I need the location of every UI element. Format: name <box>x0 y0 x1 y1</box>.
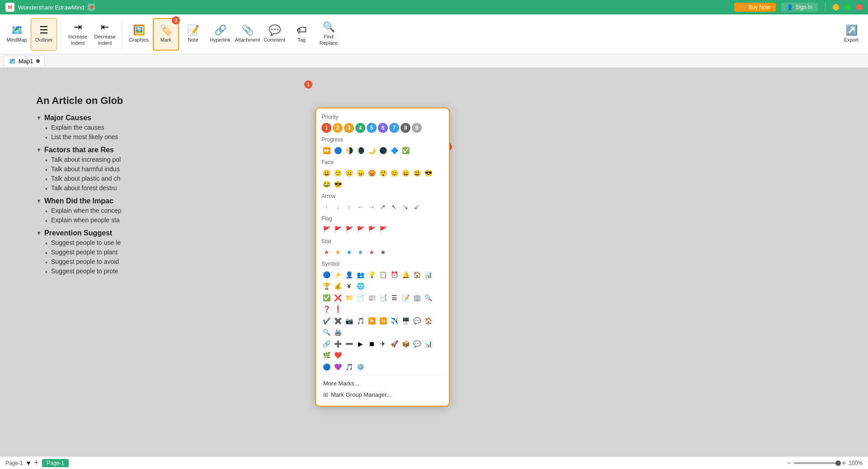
sym-3[interactable]: 👤 <box>344 270 354 280</box>
face-12[interactable]: 😎 <box>333 179 343 189</box>
sym-53[interactable]: 🎵 <box>344 362 354 372</box>
sym-16[interactable]: ❌ <box>333 293 343 303</box>
flag-orange[interactable]: 🚩 <box>333 225 343 234</box>
star-orange[interactable]: ★ <box>333 247 343 257</box>
priority-6[interactable]: 6 <box>378 123 388 133</box>
sym-18[interactable]: 📄 <box>355 293 365 303</box>
sym-37[interactable]: 🔍 <box>321 327 331 337</box>
sym-28[interactable]: ✖️ <box>333 316 343 326</box>
priority-1[interactable]: 1 <box>321 123 331 133</box>
progress-2[interactable]: 🌗 <box>344 145 354 155</box>
sym-39[interactable]: 🔗 <box>321 339 331 349</box>
sym-23[interactable]: 🏢 <box>412 293 422 303</box>
face-1[interactable]: 😀 <box>321 168 331 178</box>
minimize-button[interactable] <box>833 4 839 10</box>
sym-2[interactable]: ⚡ <box>333 270 343 280</box>
arrow-ne[interactable]: ↗ <box>378 202 388 212</box>
sym-20[interactable]: 📑 <box>378 293 388 303</box>
arrow-right[interactable]: → <box>367 202 377 212</box>
mark-group-manager-button[interactable]: ⊞ Mark Group Manager... <box>321 389 443 400</box>
sym-11[interactable]: 🏆 <box>321 281 331 291</box>
sym-17[interactable]: 📁 <box>344 293 354 303</box>
priority-7[interactable]: 7 <box>389 123 399 133</box>
star-teal[interactable]: ★ <box>344 247 354 257</box>
star-purple[interactable]: ★ <box>367 247 377 257</box>
zoom-out-button[interactable]: − <box>787 459 791 467</box>
sym-19[interactable]: 📰 <box>367 293 377 303</box>
star-blue[interactable]: ★ <box>355 247 365 257</box>
sym-44[interactable]: ✈ <box>378 339 388 349</box>
collapse-major-causes[interactable]: ▼ <box>36 115 42 121</box>
sym-40[interactable]: ➕ <box>333 339 343 349</box>
export-button[interactable]: ↗️ Export <box>838 18 864 51</box>
progress-0[interactable]: ⏩ <box>321 145 331 155</box>
sym-36[interactable]: 🏠 <box>423 316 433 326</box>
zoom-slider[interactable] <box>794 462 839 464</box>
arrow-se[interactable]: ↘ <box>401 202 410 212</box>
sym-43[interactable]: ⏹ <box>367 339 377 349</box>
priority-2[interactable]: 2 <box>333 123 343 133</box>
sym-9[interactable]: 🏠 <box>412 270 422 280</box>
sym-52[interactable]: 💜 <box>333 362 343 372</box>
find-replace-button[interactable]: 🔍 Find Replace <box>316 18 342 51</box>
sym-5[interactable]: 💡 <box>367 270 377 280</box>
sym-30[interactable]: 🎵 <box>355 316 365 326</box>
flag-teal[interactable]: 🚩 <box>355 225 365 234</box>
sym-26[interactable]: ❗ <box>333 304 343 314</box>
outliner-button[interactable]: ☰ Outliner <box>31 18 57 51</box>
sym-13[interactable]: ¥ <box>344 281 354 291</box>
sym-7[interactable]: ⏰ <box>389 270 399 280</box>
sign-in-button[interactable]: 👤 Sign In <box>781 3 818 12</box>
face-8[interactable]: 😄 <box>401 168 410 178</box>
flag-white[interactable]: 🚩 <box>378 225 388 234</box>
sym-38[interactable]: 🖨️ <box>333 327 343 337</box>
tag-button[interactable]: 🏷 Tag <box>288 18 315 51</box>
arrow-up2[interactable]: ↑ <box>344 202 354 212</box>
flag-red[interactable]: 🚩 <box>321 225 331 234</box>
maximize-button[interactable] <box>844 4 851 10</box>
face-2[interactable]: 🙂 <box>333 168 343 178</box>
sym-10[interactable]: 📊 <box>423 270 433 280</box>
priority-3[interactable]: 3 <box>344 123 354 133</box>
note-button[interactable]: 📝 Note <box>180 18 206 51</box>
face-11[interactable]: 😂 <box>321 179 331 189</box>
sym-24[interactable]: 🔍 <box>423 293 433 303</box>
page-dropdown-button[interactable]: ▾ <box>27 459 30 467</box>
collapse-when[interactable]: ▼ <box>36 198 42 204</box>
sym-51[interactable]: 🔵 <box>321 362 331 372</box>
arrow-down[interactable]: ↓ <box>333 202 343 212</box>
face-5[interactable]: 😡 <box>367 168 377 178</box>
sym-6[interactable]: 📋 <box>378 270 388 280</box>
zoom-in-button[interactable]: + <box>842 459 846 467</box>
sym-27[interactable]: ✔️ <box>321 316 331 326</box>
sym-33[interactable]: ✈️ <box>389 316 399 326</box>
page-tab[interactable]: Page-1 <box>42 459 69 467</box>
face-9[interactable]: 😃 <box>412 168 422 178</box>
sym-21[interactable]: ☰ <box>389 293 399 303</box>
sym-49[interactable]: 🌿 <box>321 350 331 360</box>
sym-35[interactable]: 💬 <box>412 316 422 326</box>
sym-34[interactable]: 🖥️ <box>401 316 410 326</box>
graphics-button[interactable]: 🖼️ Graphics <box>126 18 152 51</box>
sym-45[interactable]: 🚀 <box>389 339 399 349</box>
sym-15[interactable]: ✅ <box>321 293 331 303</box>
add-page-button[interactable]: + <box>34 458 39 468</box>
priority-8[interactable]: 8 <box>401 123 410 133</box>
priority-4[interactable]: 4 <box>355 123 365 133</box>
face-6[interactable]: 😲 <box>378 168 388 178</box>
progress-3[interactable]: 🌘 <box>355 145 365 155</box>
collapse-factors[interactable]: ▼ <box>36 147 42 153</box>
flag-green[interactable]: 🚩 <box>344 225 354 234</box>
progress-1[interactable]: 🔵 <box>333 145 343 155</box>
map-tab[interactable]: 🗺️ Map1 <box>4 56 45 66</box>
arrow-up[interactable]: ↑ <box>321 202 331 212</box>
sym-29[interactable]: 📷 <box>344 316 354 326</box>
sym-14[interactable]: 🌐 <box>355 281 365 291</box>
buy-now-button[interactable]: 🛒 Buy Now <box>734 3 776 12</box>
face-3[interactable]: 😐 <box>344 168 354 178</box>
sym-48[interactable]: 📊 <box>423 339 433 349</box>
flag-blue[interactable]: 🚩 <box>367 225 377 234</box>
sym-22[interactable]: 📝 <box>401 293 410 303</box>
arrow-sw[interactable]: ↙ <box>412 202 422 212</box>
face-7[interactable]: 😊 <box>389 168 399 178</box>
